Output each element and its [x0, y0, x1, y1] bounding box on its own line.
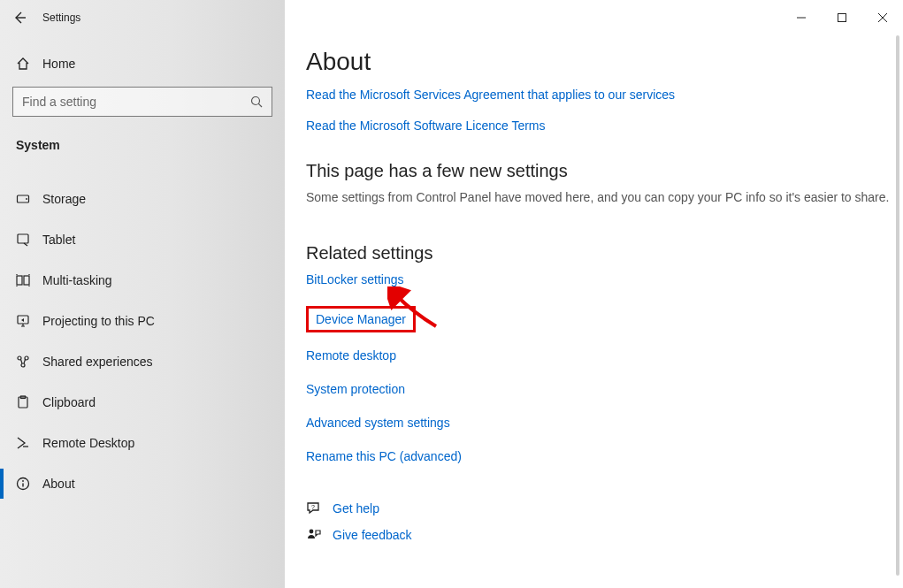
minimize-icon [797, 13, 806, 22]
sidebar-item-label: Storage [42, 192, 86, 206]
sidebar-item-shared-experiences[interactable]: Shared experiences [0, 341, 285, 382]
link-remote-desktop[interactable]: Remote desktop [306, 348, 903, 363]
projecting-icon [16, 314, 39, 328]
link-system-protection[interactable]: System protection [306, 382, 903, 396]
sidebar-item-storage[interactable]: Storage [0, 179, 285, 219]
link-advanced-system-settings[interactable]: Advanced system settings [306, 416, 903, 430]
sidebar-item-projecting[interactable]: Projecting to this PC [0, 301, 285, 341]
sidebar-item-label: Remote Desktop [42, 436, 134, 450]
remote-desktop-icon [16, 436, 39, 450]
feedback-icon [306, 527, 333, 543]
sidebar-item-label: Shared experiences [42, 355, 153, 369]
link-services-agreement[interactable]: Read the Microsoft Services Agreement th… [306, 88, 675, 102]
annotation-highlight-box: Device Manager [306, 306, 416, 332]
support-give-feedback-label: Give feedback [333, 528, 412, 542]
tablet-icon [16, 233, 39, 247]
heading-related-settings: Related settings [306, 243, 903, 263]
svg-point-16 [310, 530, 314, 534]
sidebar-item-remote-desktop[interactable]: Remote Desktop [0, 423, 285, 463]
sidebar-item-label: Projecting to this PC [42, 314, 155, 328]
content-pane: About Read the Microsoft Services Agreem… [285, 0, 903, 588]
support-get-help[interactable]: ? Get help [306, 500, 903, 516]
search-input-wrapper[interactable] [12, 87, 272, 117]
maximize-icon [838, 13, 846, 22]
maximize-button[interactable] [822, 4, 862, 32]
page-title: About [306, 48, 903, 76]
multitasking-icon [16, 273, 39, 287]
sidebar-item-about[interactable]: About [0, 463, 285, 504]
back-button[interactable] [0, 0, 39, 35]
sidebar-item-multitasking[interactable]: Multi-tasking [0, 260, 285, 301]
info-icon [16, 477, 39, 491]
home-icon [16, 57, 39, 71]
link-rename-pc-advanced[interactable]: Rename this PC (advanced) [306, 449, 903, 463]
close-button[interactable] [862, 4, 903, 32]
help-icon: ? [306, 500, 333, 516]
scrollbar[interactable] [896, 35, 899, 576]
svg-point-3 [26, 198, 27, 200]
heading-new-settings: This page has a few new settings [306, 161, 903, 181]
search-input[interactable] [22, 95, 263, 109]
close-icon [878, 13, 887, 22]
clipboard-icon [16, 395, 39, 409]
svg-point-1 [252, 97, 260, 105]
svg-rect-0 [838, 14, 846, 22]
arrow-left-icon [12, 11, 27, 25]
text-new-settings: Some settings from Control Panel have mo… [306, 190, 890, 204]
sidebar-home-label: Home [42, 57, 75, 71]
sidebar-item-label: About [42, 477, 75, 491]
window-title: Settings [42, 11, 80, 24]
sidebar-item-clipboard[interactable]: Clipboard [0, 382, 285, 423]
svg-rect-6 [24, 276, 29, 285]
sidebar-home[interactable]: Home [0, 46, 285, 81]
search-icon [250, 95, 263, 108]
link-bitlocker-settings[interactable]: BitLocker settings [306, 272, 903, 286]
sidebar-item-label: Tablet [42, 233, 75, 247]
svg-point-9 [25, 356, 28, 360]
sidebar-section-label: System [0, 124, 285, 159]
sidebar: Home System Storage Tablet Multi-ta [0, 0, 285, 588]
sidebar-nav-list: Storage Tablet Multi-tasking Projecting … [0, 179, 285, 504]
sidebar-item-label: Clipboard [42, 395, 96, 409]
support-get-help-label: Get help [333, 501, 379, 515]
shared-experiences-icon [16, 355, 39, 369]
svg-rect-4 [18, 234, 28, 243]
sidebar-item-label: Multi-tasking [42, 273, 112, 287]
svg-rect-5 [17, 276, 22, 285]
storage-icon [16, 192, 39, 206]
minimize-button[interactable] [781, 4, 822, 32]
svg-point-8 [18, 356, 21, 360]
svg-text:?: ? [311, 504, 315, 510]
svg-point-14 [22, 480, 24, 482]
sidebar-item-tablet[interactable]: Tablet [0, 219, 285, 260]
link-device-manager[interactable]: Device Manager [316, 312, 406, 326]
link-licence-terms[interactable]: Read the Microsoft Software Licence Term… [306, 118, 546, 133]
support-give-feedback[interactable]: Give feedback [306, 527, 903, 543]
svg-point-10 [21, 363, 25, 367]
